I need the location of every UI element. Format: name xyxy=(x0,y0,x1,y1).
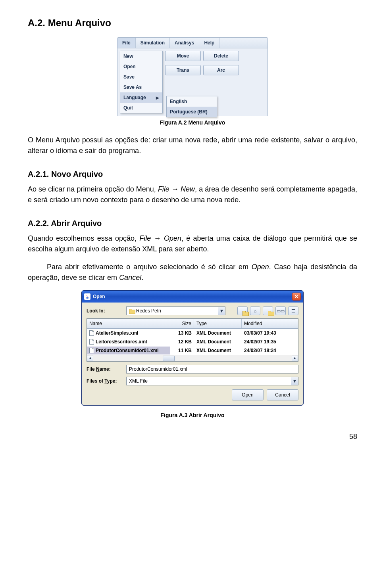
p4-text-1: Para abrir efetivamente o arquivo seleci… xyxy=(47,263,252,271)
titlebar-text: Open xyxy=(93,293,105,300)
file-save[interactable]: Save xyxy=(120,72,162,82)
look-in-value: Redes Petri xyxy=(136,307,161,314)
section-heading-a22: A.2.2. Abrir Arquivo xyxy=(28,217,357,229)
scroll-thumb[interactable] xyxy=(163,356,175,361)
details-view-icon: ☰ xyxy=(291,308,295,314)
p3-arrow: → xyxy=(151,234,164,242)
file-icon xyxy=(89,348,94,353)
trans-button[interactable]: Trans xyxy=(165,65,201,75)
file-modified: 24/02/07 19:35 xyxy=(242,338,295,346)
chevron-down-icon: ▼ xyxy=(218,307,225,315)
file-icon xyxy=(89,330,94,336)
file-modified: 03/03/07 19:43 xyxy=(242,329,295,337)
figure-a3: Open ✕ Look In: Redes Petri ▼ ⌂ xyxy=(28,290,357,409)
submenu-arrow-icon: ▶ xyxy=(156,95,159,101)
p4-open: Open xyxy=(252,263,269,271)
menu-analisys[interactable]: Analisys xyxy=(170,38,199,48)
look-in-combo[interactable]: Redes Petri ▼ xyxy=(126,306,225,315)
p4-cancel: Cancel xyxy=(119,274,141,282)
file-row[interactable]: ProdutorConsumidor01.xml 11 KB XML Docum… xyxy=(87,346,298,355)
file-size: 12 KB xyxy=(170,338,194,346)
file-size: 13 KB xyxy=(170,329,194,337)
file-open[interactable]: Open xyxy=(120,61,162,72)
java-icon xyxy=(84,293,90,300)
paragraph-a21: Ao se clicar na primeira opção do Menu, … xyxy=(28,184,357,205)
file-name: ProdutorConsumidor01.xml xyxy=(96,347,159,354)
file-name: LeitoresEscritores.xml xyxy=(96,338,147,345)
file-modified: 24/02/07 18:24 xyxy=(242,347,295,354)
col-size[interactable]: Size xyxy=(170,319,194,328)
details-view-button[interactable]: ☰ xyxy=(288,306,298,315)
file-name-label: File Name: xyxy=(87,366,123,373)
p3-open: Open xyxy=(164,234,181,242)
file-icon xyxy=(89,339,94,345)
close-icon: ✕ xyxy=(294,293,298,300)
p2-text-1: Ao se clicar na primeira opção do Menu, xyxy=(28,185,158,193)
list-view-icon: ▭▭ xyxy=(277,308,285,314)
figure-a2-caption: Figura A.2 Menu Arquivo xyxy=(28,119,357,127)
home-icon: ⌂ xyxy=(254,308,257,314)
folder-icon xyxy=(129,309,135,313)
titlebar: Open ✕ xyxy=(82,291,303,303)
p2-new: New xyxy=(181,185,195,193)
file-quit[interactable]: Quit xyxy=(120,103,162,113)
file-size: 11 KB xyxy=(170,347,194,354)
page-number: 58 xyxy=(28,431,357,442)
move-button[interactable]: Move xyxy=(165,51,201,61)
files-of-type-label: Files of Type: xyxy=(87,377,123,385)
lang-english[interactable]: English xyxy=(167,96,217,107)
file-save-as[interactable]: Save As xyxy=(120,82,162,92)
file-row[interactable]: AtelierSimples.xml 13 KB XML Document 03… xyxy=(87,329,298,337)
open-button[interactable]: Open xyxy=(232,389,264,400)
scroll-right-icon[interactable]: ► xyxy=(292,356,298,361)
paragraph-a22-1: Quando escolhemos essa opção, File → Ope… xyxy=(28,233,357,255)
section-heading-a2: A.2. Menu Arquivo xyxy=(28,16,357,30)
file-list-header: Name Size Type Modified xyxy=(87,319,298,329)
col-type[interactable]: Type xyxy=(194,319,242,328)
file-name: AtelierSimples.xml xyxy=(96,329,138,337)
p4-text-3: . xyxy=(141,274,143,282)
section-heading-a21: A.2.1. Novo Arquivo xyxy=(28,168,357,180)
paragraph-a22-2: Para abrir efetivamente o arquivo seleci… xyxy=(28,262,357,283)
file-language[interactable]: Language ▶ xyxy=(120,92,162,103)
figure-a2: File Simulation Analisys Help New Open S… xyxy=(28,37,357,116)
delete-button[interactable]: Delete xyxy=(203,51,239,61)
menu-simulation[interactable]: Simulation xyxy=(136,38,170,48)
open-dialog: Open ✕ Look In: Redes Petri ▼ ⌂ xyxy=(81,290,304,406)
col-name[interactable]: Name xyxy=(87,319,170,328)
menu-help[interactable]: Help xyxy=(199,38,219,48)
look-in-label: Look In: xyxy=(87,307,123,314)
col-modified[interactable]: Modified xyxy=(242,319,295,328)
close-button[interactable]: ✕ xyxy=(292,293,301,301)
language-submenu: English Portuguese (BR) xyxy=(166,96,217,117)
file-row[interactable]: LeitoresEscritores.xml 12 KB XML Documen… xyxy=(87,337,298,346)
file-name-input[interactable]: ProdutorConsumidor01.xml xyxy=(126,365,298,373)
cancel-button[interactable]: Cancel xyxy=(267,389,298,400)
paragraph-a2: O Menu Arquivo possui as opções de: cria… xyxy=(28,135,357,156)
p2-file: File xyxy=(158,185,169,193)
menu-file[interactable]: File xyxy=(117,38,136,48)
list-view-button[interactable]: ▭▭ xyxy=(275,306,286,315)
chevron-down-icon: ▼ xyxy=(291,377,298,385)
lang-portuguese[interactable]: Portuguese (BR) xyxy=(167,107,217,117)
file-name-input-value: ProdutorConsumidor01.xml xyxy=(129,366,187,373)
menubar: File Simulation Analisys Help xyxy=(117,37,268,48)
home-button[interactable]: ⌂ xyxy=(250,306,260,315)
p3-file: File xyxy=(139,234,151,242)
up-folder-button[interactable] xyxy=(237,306,248,315)
new-folder-button[interactable] xyxy=(263,306,273,315)
arc-button[interactable]: Arc xyxy=(203,65,239,75)
p3-text-1: Quando escolhemos essa opção, xyxy=(28,234,139,242)
file-type: XML Document xyxy=(194,338,242,346)
file-dropdown: New Open Save Save As Language ▶ Quit xyxy=(120,51,163,113)
file-type: XML Document xyxy=(194,347,242,354)
file-new[interactable]: New xyxy=(120,51,162,61)
horizontal-scrollbar[interactable]: ◄ ► xyxy=(87,355,298,361)
files-of-type-value: XML File xyxy=(129,377,148,385)
p2-arrow: → xyxy=(169,185,181,193)
figure-a3-caption: Figura A.3 Abrir Arquivo xyxy=(28,411,357,419)
file-type: XML Document xyxy=(194,329,242,337)
file-language-label: Language xyxy=(123,94,146,101)
files-of-type-combo[interactable]: XML File ▼ xyxy=(126,377,298,385)
scroll-left-icon[interactable]: ◄ xyxy=(87,356,93,361)
